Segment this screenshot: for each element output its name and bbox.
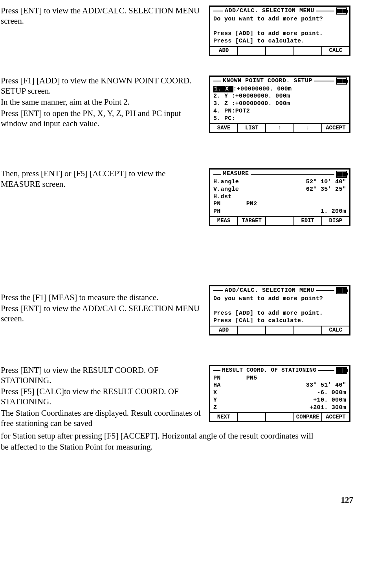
softkey-f5[interactable]: ACCEPT bbox=[322, 124, 349, 132]
instruction-text: Press [ENT] to view the RESULT COORD. OF… bbox=[1, 365, 205, 386]
instruction-text: Press [ENT] to view the ADD/CALC. SELECT… bbox=[1, 6, 205, 26]
lcd-title: ADD/CALC. SELECTION MENU bbox=[225, 7, 314, 15]
step-1-row: Press [ENT] to view the ADD/CALC. SELECT… bbox=[1, 6, 360, 56]
lcd-line: H.angle52° 10′ 40″ bbox=[213, 179, 346, 186]
softkey-f3-up-arrow-icon[interactable]: ↑ bbox=[266, 124, 294, 132]
lcd-line: V.angle62° 35′ 25″ bbox=[213, 186, 346, 194]
instruction-text: Press [F1] [ADD] to view the KNOWN POINT… bbox=[1, 76, 205, 96]
softkey-f1[interactable]: ADD bbox=[210, 47, 238, 55]
step-3-row: Then, press [ENT] or [F5] [ACCEPT] to vi… bbox=[1, 168, 360, 226]
softkey-row: MEAS TARGET EDIT DISP bbox=[210, 216, 349, 225]
softkey-f3[interactable] bbox=[266, 217, 294, 225]
battery-icon bbox=[336, 7, 348, 15]
softkey-f1[interactable]: ADD bbox=[210, 326, 238, 334]
instruction-text: for Station setup after pressing [F5] [A… bbox=[1, 431, 360, 441]
softkey-f1[interactable]: MEAS bbox=[210, 217, 238, 225]
instruction-text: Press the [F1] [MEAS] to measure the dis… bbox=[1, 292, 205, 302]
softkey-f5[interactable]: CALC bbox=[322, 326, 349, 334]
lcd-line: Do you want to add more point? bbox=[213, 295, 346, 303]
lcd-result-coord: RESULT COORD. OF STATIONING PN PN5 HA33°… bbox=[209, 365, 350, 422]
battery-icon bbox=[336, 77, 348, 85]
lcd-line: HA33° 51′ 40″ bbox=[213, 382, 346, 389]
lcd-line: X-6. 000m bbox=[213, 389, 346, 397]
lcd-line: PN PN2 bbox=[213, 201, 346, 208]
instruction-text: Press [ENT] to view the ADD/CALC. SELECT… bbox=[1, 303, 205, 324]
softkey-row: SAVE LIST ↑ ↓ ACCEPT bbox=[210, 123, 349, 132]
softkey-f3[interactable] bbox=[266, 413, 294, 421]
step-5-row: Press [ENT] to view the RESULT COORD. OF… bbox=[1, 365, 360, 429]
continuation-text: for Station setup after pressing [F5] [A… bbox=[1, 431, 360, 452]
lcd-line: Press [CAL] to calculate. bbox=[213, 38, 346, 45]
step-4-text: Press the [F1] [MEAS] to measure the dis… bbox=[1, 285, 209, 325]
softkey-f5[interactable]: CALC bbox=[322, 47, 349, 55]
lcd-line: 3. Z :+00000000. 000m bbox=[213, 100, 346, 108]
instruction-text: be affected to the Station Point for mea… bbox=[1, 442, 360, 452]
instruction-text: The Station Coordinates are displayed. R… bbox=[1, 408, 205, 429]
battery-icon bbox=[336, 171, 348, 178]
battery-icon bbox=[336, 287, 348, 294]
lcd-measure: MEASURE H.angle52° 10′ 40″ V.angle62° 35… bbox=[209, 168, 350, 226]
lcd-line: Do you want to add more point? bbox=[213, 16, 346, 23]
softkey-f2[interactable] bbox=[238, 413, 266, 421]
step-2-row: Press [F1] [ADD] to view the KNOWN POINT… bbox=[1, 76, 360, 133]
instruction-text: Press [ENT] to open the PN, X, Y, Z, PH … bbox=[1, 108, 205, 129]
softkey-f5[interactable]: ACCEPT bbox=[322, 413, 349, 421]
lcd-line: Z+201. 300m bbox=[213, 404, 346, 412]
softkey-f4[interactable] bbox=[294, 326, 322, 334]
softkey-f3[interactable] bbox=[266, 326, 294, 334]
softkey-f1[interactable]: SAVE bbox=[210, 124, 238, 132]
softkey-f2[interactable] bbox=[238, 47, 266, 55]
lcd-title: RESULT COORD. OF STATIONING bbox=[222, 367, 316, 374]
lcd-title: ADD/CALC. SELECTION MENU bbox=[225, 287, 314, 295]
softkey-f4[interactable]: COMPARE bbox=[294, 413, 322, 421]
lcd-line: Press [ADD] to add more point. bbox=[213, 310, 346, 317]
step-2-text: Press [F1] [ADD] to view the KNOWN POINT… bbox=[1, 76, 209, 129]
softkey-f2[interactable]: TARGET bbox=[238, 217, 266, 225]
lcd-line: Press [CAL] to calculate. bbox=[213, 317, 346, 325]
lcd-line: 2. Y :+00000000. 000m bbox=[213, 93, 346, 100]
softkey-f1[interactable]: NEXT bbox=[210, 413, 238, 421]
softkey-f4[interactable]: EDIT bbox=[294, 217, 322, 225]
lcd-line: 1. X :+00000000. 000m bbox=[213, 86, 346, 93]
softkey-f3[interactable] bbox=[266, 47, 294, 55]
lcd-known-point-coord: KNOWN POINT COORD. SETUP 1. X :+00000000… bbox=[209, 76, 350, 133]
lcd-add-calc-menu-2: ADD/CALC. SELECTION MENU Do you want to … bbox=[209, 285, 350, 335]
softkey-f4[interactable] bbox=[294, 47, 322, 55]
softkey-row: ADD CALC bbox=[210, 326, 349, 334]
step-5-text: Press [ENT] to view the RESULT COORD. OF… bbox=[1, 365, 209, 429]
battery-icon bbox=[336, 367, 348, 374]
lcd-line: 4. PN:POT2 bbox=[213, 108, 346, 115]
softkey-row: ADD CALC bbox=[210, 46, 349, 55]
lcd-add-calc-menu-1: ADD/CALC. SELECTION MENU Do you want to … bbox=[209, 6, 350, 56]
softkey-f2[interactable] bbox=[238, 326, 266, 334]
instruction-text: Press [F5] [CALC]to view the RESULT COOR… bbox=[1, 386, 205, 407]
lcd-line: PH1. 200m bbox=[213, 208, 346, 216]
step-1-text: Press [ENT] to view the ADD/CALC. SELECT… bbox=[1, 6, 209, 27]
softkey-f2[interactable]: LIST bbox=[238, 124, 266, 132]
softkey-f4-down-arrow-icon[interactable]: ↓ bbox=[294, 124, 322, 132]
instruction-text: In the same manner, aim at the Point 2. bbox=[1, 97, 205, 107]
page-number: 127 bbox=[341, 495, 354, 505]
instruction-text: Then, press [ENT] or [F5] [ACCEPT] to vi… bbox=[1, 168, 205, 189]
lcd-line: Press [ADD] to add more point. bbox=[213, 30, 346, 38]
step-3-text: Then, press [ENT] or [F5] [ACCEPT] to vi… bbox=[1, 168, 209, 190]
softkey-row: NEXT COMPARE ACCEPT bbox=[210, 412, 349, 421]
softkey-f5[interactable]: DISP bbox=[322, 217, 349, 225]
lcd-line: 5. PC: bbox=[213, 115, 346, 123]
step-4-row: Press the [F1] [MEAS] to measure the dis… bbox=[1, 285, 360, 335]
lcd-line: H.dst bbox=[213, 194, 346, 201]
lcd-line: Y+10. 000m bbox=[213, 397, 346, 404]
lcd-title: KNOWN POINT COORD. SETUP bbox=[223, 77, 312, 85]
lcd-title: MEASURE bbox=[223, 170, 249, 178]
lcd-line: PN PN5 bbox=[213, 375, 346, 382]
